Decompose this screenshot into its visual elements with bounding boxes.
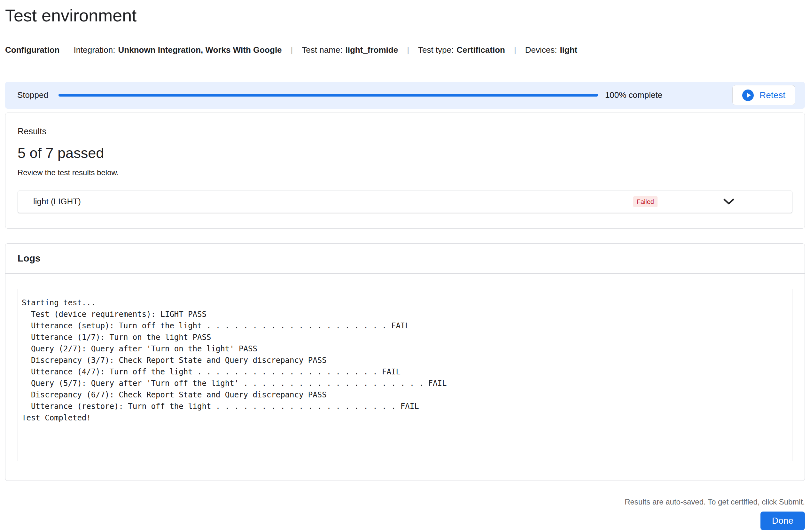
log-line: Test (device requirements): LIGHT PASS (22, 308, 788, 320)
log-line: Discrepancy (6/7): Check Report State an… (22, 389, 788, 401)
chevron-down-icon[interactable] (723, 198, 734, 205)
done-button[interactable]: Done (760, 512, 805, 530)
test-type-label: Test type: (418, 45, 454, 55)
devices-value: light (560, 45, 577, 55)
config-item-test-type: Test type: Certification (418, 45, 505, 55)
log-line: Utterance (1/7): Turn on the light PASS (22, 332, 788, 343)
config-item-integration: Integration: Unknown Integration, Works … (74, 45, 281, 55)
logs-card: Logs Starting test... Test (device requi… (5, 243, 805, 481)
status-badge: Failed (633, 196, 658, 207)
log-line: Query (2/7): Query after 'Turn on the li… (22, 343, 788, 355)
devices-label: Devices: (525, 45, 557, 55)
results-summary: 5 of 7 passed (18, 145, 792, 161)
autosave-note: Results are auto-saved. To get certified… (5, 498, 805, 506)
play-icon (742, 90, 754, 101)
config-item-test-name: Test name: light_fromide (302, 45, 398, 55)
log-line: Utterance (4/7): Turn off the light . . … (22, 366, 788, 377)
footer-actions: Done (5, 512, 805, 530)
progress-percent-label: 100% complete (605, 90, 662, 100)
log-line: Test Completed! (22, 412, 788, 424)
logs-body: Starting test... Test (device requiremen… (5, 274, 805, 481)
separator: | (407, 45, 409, 55)
retest-button-label: Retest (760, 90, 785, 100)
results-heading: Results (18, 126, 792, 136)
config-item-devices: Devices: light (525, 45, 578, 55)
integration-label: Integration: (74, 45, 115, 55)
test-environment-page: Test environment Configuration Integrati… (0, 5, 810, 530)
separator: | (291, 45, 293, 55)
integration-value: Unknown Integration, Works With Google (118, 45, 282, 55)
retest-button[interactable]: Retest (732, 85, 795, 105)
progress-bar (59, 94, 598, 97)
log-line: Starting test... (22, 297, 788, 308)
progress-bar-fill (59, 94, 598, 97)
log-output: Starting test... Test (device requiremen… (18, 289, 792, 461)
logs-heading: Logs (5, 244, 805, 274)
test-type-value: Certification (456, 45, 505, 55)
configuration-label: Configuration (5, 45, 60, 55)
log-line: Utterance (restore): Turn off the light … (22, 401, 788, 412)
log-line: Discrepancy (3/7): Check Report State an… (22, 355, 788, 366)
test-name-value: light_fromide (345, 45, 398, 55)
test-status-label: Stopped (17, 90, 48, 100)
configuration-bar: Configuration Integration: Unknown Integ… (5, 45, 805, 55)
test-name-label: Test name: (302, 45, 342, 55)
device-result-label: light (LIGHT) (33, 197, 81, 207)
result-row-light[interactable]: light (LIGHT) Failed (18, 191, 792, 213)
log-line: Query (5/7): Query after 'Turn off the l… (22, 377, 788, 389)
results-subtext: Review the test results below. (18, 168, 792, 177)
separator: | (514, 45, 516, 55)
progress-banner: Stopped 100% complete Retest (5, 82, 805, 109)
results-card: Results 5 of 7 passed Review the test re… (5, 113, 805, 229)
log-line: Utterance (setup): Turn off the light . … (22, 320, 788, 332)
page-title: Test environment (5, 5, 805, 26)
